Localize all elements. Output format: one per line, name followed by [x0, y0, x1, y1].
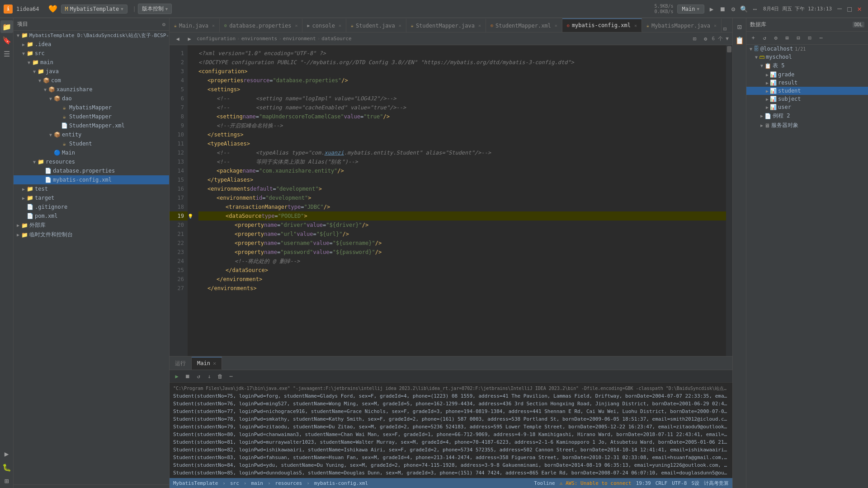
tab-console[interactable]: ▶ console ✕: [302, 19, 346, 32]
structure-view-icon[interactable]: ☰: [0, 47, 13, 60]
minimize-btn[interactable]: ─: [836, 5, 843, 13]
editor-settings-icon[interactable]: ⚙: [701, 34, 710, 43]
tab-main-java[interactable]: ☕ Main.java ✕: [170, 19, 220, 32]
stop-toolbar-btn[interactable]: ⏹: [718, 5, 727, 14]
tab-studentmapper-xml[interactable]: ⊙ StudentMapper.xml ✕: [486, 19, 562, 32]
tree-root[interactable]: ▼ 📁 MybatisTemplate D:\BaiduSyncdisk\站点\…: [14, 31, 169, 40]
db-item-server-objects[interactable]: ▶ 🖥 服务器对象: [746, 121, 868, 130]
status-encoding[interactable]: UTF-8: [672, 480, 687, 486]
search-toolbar-btn[interactable]: 🔍: [740, 5, 749, 14]
more-btn[interactable]: ⋯: [226, 372, 236, 381]
db-item-localhost[interactable]: ▼ 🗄 @localhost 1/21: [746, 45, 868, 53]
status-crlf[interactable]: CRLF: [656, 480, 668, 486]
db-item-subject[interactable]: ▶ 📊 subject: [746, 95, 868, 103]
db-tree[interactable]: ▼ 🗄 @localhost 1/21 ▼ 🗃 myschool ▼ 📋 表 5: [746, 45, 868, 488]
tree-horizontal-scrollbar[interactable]: [14, 484, 169, 488]
console-output[interactable]: "C:\Program Files\Java\jdk-17\bin\java.e…: [170, 383, 732, 478]
tab-student-java-close[interactable]: ✕: [399, 23, 401, 28]
tab-mybatismapper-java-close[interactable]: ✕: [714, 23, 717, 28]
tree-item-entity[interactable]: ▼ 📦 entity: [14, 130, 169, 139]
scrollbar-thumb[interactable]: [727, 46, 731, 52]
breadcrumb-part-3[interactable]: environment: [283, 36, 316, 42]
db-more-btn[interactable]: ⋯: [816, 33, 826, 43]
tree-item-dao[interactable]: ▼ 📦 dao: [14, 94, 169, 103]
clear-btn[interactable]: 🗑: [216, 372, 225, 381]
tab-student-java[interactable]: ☕ Student.java ✕: [346, 19, 406, 32]
file-tree-content[interactable]: ▼ 📁 MybatisTemplate D:\BaiduSyncdisk\站点\…: [14, 31, 169, 484]
status-right-label2[interactable]: 计高考竞算: [704, 480, 729, 487]
tab-studentmapper-xml-close[interactable]: ✕: [555, 23, 557, 28]
status-right-label1[interactable]: S设: [691, 480, 699, 487]
tree-item-com[interactable]: ▼ 📦 com: [14, 76, 169, 85]
db-item-user[interactable]: ▶ 📊 user: [746, 103, 868, 111]
project-view-icon[interactable]: 📁: [0, 20, 13, 33]
breadcrumb-part-4[interactable]: dataSource: [321, 36, 351, 42]
status-src[interactable]: src: [230, 480, 239, 486]
rerun-btn[interactable]: ↺: [194, 372, 203, 381]
debug-view-icon[interactable]: 🐛: [0, 461, 13, 474]
tree-item-studentmapper[interactable]: ☕ StudentMapper: [14, 112, 169, 121]
terminal-view-icon[interactable]: ⊞: [0, 474, 13, 487]
db-item-routines[interactable]: ▶ 📄 例程 2: [746, 111, 868, 121]
db-layout-btn[interactable]: ⊡: [805, 33, 815, 43]
editor-maximize-icon[interactable]: ⊡: [690, 34, 699, 43]
maximize-btn[interactable]: □: [846, 5, 853, 13]
status-filename[interactable]: mybatis-config.xml: [314, 480, 368, 486]
db-item-tables[interactable]: ▼ 📋 表 5: [746, 61, 868, 70]
tab-main-run[interactable]: Main ✕: [192, 357, 222, 370]
db-expand-btn[interactable]: ⊞: [782, 33, 792, 43]
editor-back-icon[interactable]: ◀: [173, 34, 182, 43]
tree-item-test[interactable]: ▶ 📁 test: [14, 184, 169, 193]
close-btn[interactable]: ✕: [856, 5, 863, 13]
tab-mybatis-config[interactable]: ⊙ mybatis-config.xml ✕: [562, 19, 642, 32]
tab-studentmapper-java[interactable]: ☕ StudentMapper.java ✕: [406, 19, 486, 32]
tab-studentmapper-java-close[interactable]: ✕: [478, 23, 481, 28]
tree-item-student[interactable]: ☕ Student: [14, 139, 169, 148]
tab-db-props[interactable]: ⚙ database.properties ✕: [220, 19, 302, 32]
db-settings-btn[interactable]: ⚙: [771, 33, 781, 43]
tree-item-java[interactable]: ▼ 📁 java: [14, 67, 169, 76]
more-toolbar-btn[interactable]: ⋯: [750, 5, 760, 14]
code-content[interactable]: <?xml version="1.0" encoding="UTF-8" ?> …: [195, 45, 726, 356]
db-item-result[interactable]: ▶ 📊 result: [746, 79, 868, 87]
editor-forward-icon[interactable]: ▶: [185, 34, 194, 43]
run-toolbar-btn[interactable]: ▶: [707, 5, 716, 14]
tab-mybatismapper-java[interactable]: ☕ MybatisMapper.java ✕: [642, 19, 722, 32]
breadcrumb-part-2[interactable]: environments: [241, 36, 277, 42]
status-aws-warning[interactable]: ⚠ AWS: Unable to connect: [560, 480, 632, 486]
ddl-btn[interactable]: DDL: [853, 22, 864, 28]
version-control-btn[interactable]: 版本控制 ▼: [138, 4, 172, 14]
settings-toolbar-btn[interactable]: ⚙: [729, 5, 738, 14]
status-resources[interactable]: resources: [275, 480, 302, 486]
db-item-grade[interactable]: ▶ 📊 grade: [746, 70, 868, 79]
right-sidebar-icon-2[interactable]: 📋: [733, 34, 746, 47]
status-main[interactable]: main: [251, 480, 263, 486]
project-selector[interactable]: M MybatisTemplate ▼: [61, 5, 127, 14]
tree-item-main-class[interactable]: 🔵 Main: [14, 148, 169, 157]
tree-item-pom[interactable]: 📄 pom.xml: [14, 211, 169, 221]
tree-item-idea[interactable]: ▶ 📁 .idea: [14, 40, 169, 49]
tree-item-src[interactable]: ▼ 📁 src: [14, 49, 169, 58]
run-btn[interactable]: ▶: [172, 372, 181, 381]
tree-item-gitignore[interactable]: 📄 .gitignore: [14, 202, 169, 211]
tree-item-main[interactable]: ▼ 📁 main: [14, 58, 169, 67]
db-item-myschool[interactable]: ▼ 🗃 myschool: [746, 53, 868, 61]
scroll-end-btn[interactable]: ⇓: [205, 372, 214, 381]
breadcrumb-part-1[interactable]: configuration: [197, 36, 236, 42]
tree-item-studentmapper-xml[interactable]: 📄 StudentMapper.xml: [14, 121, 169, 130]
tree-item-mybatis-config[interactable]: 📄 mybatis-config.xml: [14, 175, 169, 184]
tree-item-external[interactable]: ▶ 📁 外部库: [14, 221, 169, 230]
run-view-icon[interactable]: ▶: [0, 447, 13, 460]
tab-run[interactable]: 运行: [170, 357, 192, 370]
status-tooline[interactable]: Tooline: [534, 480, 555, 486]
editor-scrollbar[interactable]: [726, 45, 732, 356]
tree-item-resources[interactable]: ▼ 📁 resources: [14, 157, 169, 166]
branch-selector[interactable]: Main ▼: [677, 5, 704, 14]
tree-item-dbprops[interactable]: 📄 database.properties: [14, 166, 169, 175]
db-filter-btn[interactable]: ⊟: [793, 33, 803, 43]
db-item-student[interactable]: ▶ 📊 student: [746, 87, 868, 95]
tree-item-xaunzishare[interactable]: ▼ 📦 xaunzishare: [14, 85, 169, 94]
right-sidebar-icon-1[interactable]: ⊡: [733, 20, 746, 33]
tab-main-java-close[interactable]: ✕: [212, 23, 215, 28]
status-mybatistemplate[interactable]: MybatisTemplate: [173, 480, 218, 486]
